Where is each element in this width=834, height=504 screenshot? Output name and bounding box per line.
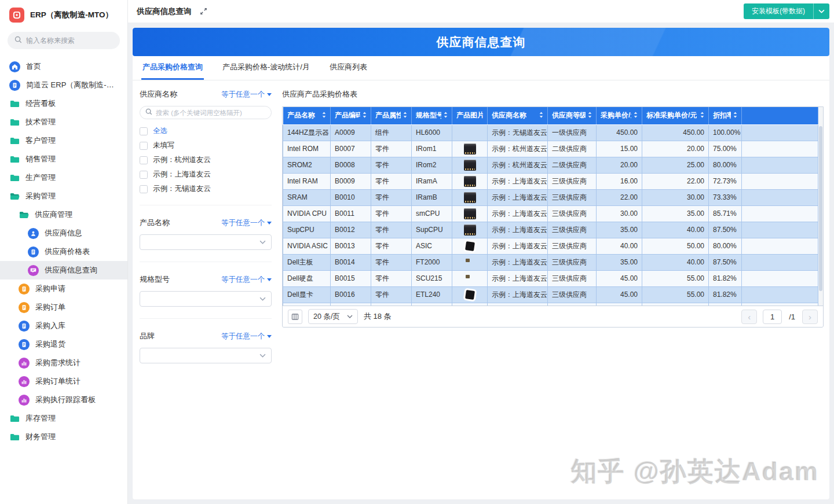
sidebar-item-inventory-mgmt[interactable]: 库存管理 [0,409,127,428]
sidebar-item-purchase-order-stats[interactable]: 采购订单统计 [0,372,127,391]
scrollbar-thumb[interactable] [819,126,822,291]
supplier-option[interactable]: 示例：上海道友云 [140,170,272,179]
table-vertical-scrollbar[interactable] [818,107,823,306]
product-image[interactable] [465,290,475,300]
sidebar-item-purchase-demand-stats[interactable]: 采购需求统计 [0,354,127,372]
sidebar-item-supplier-mgmt[interactable]: 供应商管理 [0,205,127,224]
column-settings-button[interactable] [288,310,302,324]
table-row[interactable]: NVIDIA CPUB0011零件smCPU示例：上海道友云三级供应商30.00… [283,205,818,222]
sidebar-item-purchase-order[interactable]: 采购订单 [0,298,127,317]
install-template-button[interactable]: 安装模板(带数据) [744,3,813,19]
product-image[interactable] [465,241,475,251]
product-image[interactable] [464,306,475,307]
sidebar-item-tech-mgmt[interactable]: 技术管理 [0,113,127,131]
filter-supplier-name-label: 供应商名称 [140,89,177,100]
sidebar-item-customer-mgmt[interactable]: 客户管理 [0,131,127,150]
table-row[interactable]: Intel ROMB0007零件IRom1示例：杭州道友云二级供应商15.002… [283,141,818,157]
supplier-option[interactable]: 全选 [140,127,272,135]
table-row[interactable]: Intel RAMB0009零件IRamA示例：上海道友云三级供应商16.002… [283,173,818,189]
filter-select-brand[interactable] [140,348,272,363]
filter-supplier-operator[interactable]: 等于任意一个 [221,90,272,100]
checkbox[interactable] [140,171,148,179]
supplier-option[interactable]: 未填写 [140,141,272,150]
table-row[interactable]: 联想主板B0017零件FC2000示例：杭州道友云三级供应商35.0040.00… [283,303,818,306]
sidebar-item-sales-mgmt[interactable]: 销售管理 [0,150,127,168]
column-header-sortable[interactable]: 折扣率 [709,107,742,124]
sidebar-item-purchase-mgmt[interactable]: 采购管理 [0,187,127,205]
sidebar-item-label: 供应商管理 [35,209,72,220]
column-header-sortable[interactable]: 产品编码 [331,107,371,124]
product-image[interactable] [464,160,476,171]
sidebar-item-jdy-erp[interactable]: 简道云 ERP（离散制造-MTO）... [0,76,127,94]
tab-2[interactable]: 供应商列表 [328,62,368,80]
supplier-option[interactable]: 示例：杭州道友云 [140,156,272,164]
sidebar-item-supplier-price-list[interactable]: 供应商价格表 [0,242,127,261]
column-header-sortable[interactable]: 产品名称 [283,107,331,124]
page-number-input[interactable] [763,310,782,324]
product-image[interactable] [464,208,476,219]
cell-attr: 零件 [371,238,412,254]
table-row[interactable]: Dell硬盘B0015零件SCU215示例：上海道友云三级供应商45.0055.… [283,270,818,286]
cell-discount: 100.00% [709,124,742,141]
column-header-sortable[interactable]: 规格型号 [412,107,452,124]
folder-icon [9,136,20,145]
tab-0[interactable]: 产品采购价格查询 [141,62,204,80]
table-scroll-area: 产品名称产品编码产品属性规格型号产品图片供应商名称供应商等级采购单价/元标准采购… [283,107,823,306]
table-row[interactable]: SupCPUB0012零件SupCPU示例：上海道友云三级供应商35.0040.… [283,222,818,238]
sidebar-search[interactable] [8,32,120,49]
sidebar-item-supplier-info-query[interactable]: 供应商信息查询 [0,261,127,279]
sidebar-item-purchase-return[interactable]: 采购退货 [0,335,127,354]
sidebar-item-finance-mgmt[interactable]: 财务管理 [0,428,127,446]
table-row[interactable]: Dell显卡B0016零件ETL240示例：上海道友云三级供应商45.0055.… [283,286,818,303]
prev-page-button[interactable]: ‹ [741,310,757,324]
product-image[interactable] [464,257,475,268]
filter-operator[interactable]: 等于任意一个 [221,275,272,285]
next-page-button[interactable]: › [802,310,818,324]
filter-select-product-name[interactable] [140,234,272,250]
cell-empty [742,222,818,238]
cell-image [452,286,488,303]
filter-operator[interactable]: 等于任意一个 [221,218,272,228]
product-image[interactable] [464,176,476,187]
cell-attr: 组件 [371,124,412,141]
sidebar-item-supplier-info[interactable]: 供应商信息 [0,224,127,242]
product-image[interactable] [464,225,476,236]
table-row[interactable]: NVIDIA ASICB0013零件ASIC示例：上海道友云三级供应商40.00… [283,238,818,254]
sidebar-item-purchase-inbound[interactable]: 采购入库 [0,317,127,335]
column-header-sortable[interactable]: 供应商名称 [488,107,548,124]
cell-code: B0010 [331,189,371,205]
sidebar-item-purchase-tracking-board[interactable]: 采购执行跟踪看板 [0,391,127,409]
filter-select-spec-model[interactable] [140,291,272,307]
sidebar-item-home[interactable]: 首页 [0,57,127,76]
fullscreen-icon[interactable] [200,8,207,15]
cell-spec: IRom2 [412,157,452,173]
filter-operator[interactable]: 等于任意一个 [221,332,272,341]
checkbox[interactable] [140,142,148,150]
sidebar-item-business-dashboard[interactable]: 经营看板 [0,94,127,113]
checkbox[interactable] [140,185,148,193]
filter-supplier-search[interactable] [140,106,272,119]
page-size-select[interactable]: 20 条/页 [308,309,358,324]
checkbox[interactable] [140,127,148,135]
sidebar-item-production-mgmt[interactable]: 生产管理 [0,168,127,187]
cell-name: 144HZ显示器 [283,124,331,141]
column-header-sortable[interactable]: 产品属性 [371,107,412,124]
filter-supplier-search-input[interactable] [156,109,266,116]
table-row[interactable]: Dell主板B0014零件FT2000示例：上海道友云三级供应商35.0040.… [283,254,818,270]
table-row[interactable]: 144HZ显示器A0009组件HL6000示例：无锡道友云一级供应商450.00… [283,124,818,141]
install-template-dropdown-button[interactable] [813,3,829,19]
table-row[interactable]: SROM2B0008零件IRom2示例：杭州道友云二级供应商20.0025.00… [283,157,818,173]
checkbox[interactable] [140,156,148,164]
column-header-sortable[interactable]: 采购单价/元 [597,107,642,124]
sidebar-item-purchase-request[interactable]: 采购申请 [0,279,127,298]
product-image[interactable] [464,273,475,284]
tab-1[interactable]: 产品采购价格-波动统计/月 [221,62,311,80]
product-image[interactable] [464,192,476,203]
cell-empty [742,157,818,173]
supplier-option[interactable]: 示例：无锡道友云 [140,185,272,193]
sidebar-search-input[interactable] [26,36,113,45]
column-header-sortable[interactable]: 标准采购单价/元 [642,107,709,124]
table-row[interactable]: SRAMB0010零件IRamB示例：上海道友云三级供应商22.0030.007… [283,189,818,205]
column-header-sortable[interactable]: 供应商等级 [548,107,597,124]
product-image[interactable] [464,144,476,154]
